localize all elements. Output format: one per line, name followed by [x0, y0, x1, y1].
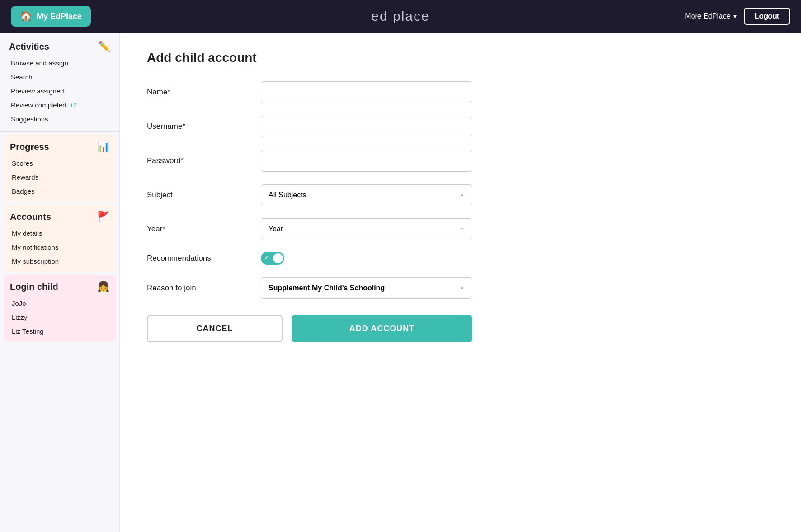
username-input[interactable] [261, 116, 472, 137]
sidebar-item-search[interactable]: Search [9, 70, 110, 84]
more-edplace-label: More EdPlace [685, 12, 730, 20]
subject-select[interactable]: All Subjects English Maths Science [261, 184, 472, 205]
my-edplace-button[interactable]: 🏠 My EdPlace [11, 6, 91, 27]
logout-label: Logout [755, 12, 779, 20]
form-buttons: CANCEL ADD ACCOUNT [147, 315, 472, 342]
sidebar-section-activities: Activities ✏️ Browse and assign Search P… [0, 33, 119, 129]
name-input[interactable] [261, 81, 472, 103]
flag-icon: 🚩 [97, 211, 109, 223]
cancel-button[interactable]: CANCEL [147, 315, 283, 342]
password-label: Password* [147, 156, 246, 165]
review-badge: +7 [70, 102, 77, 108]
sidebar-item-my-notifications[interactable]: My notifications [10, 240, 109, 254]
recommendations-toggle-wrapper: ✓ [261, 252, 472, 265]
username-label: Username* [147, 122, 246, 131]
password-input[interactable] [261, 150, 472, 172]
progress-header: Progress 📊 [10, 141, 109, 153]
activities-header: Activities ✏️ [9, 41, 110, 52]
sidebar-item-suggestions[interactable]: Suggestions [9, 112, 110, 126]
header-right: More EdPlace ▾ Logout [685, 8, 790, 25]
page-title: Add child account [147, 51, 774, 65]
login-child-header: Login child 👧 [10, 281, 109, 293]
logo-label: My EdPlace [37, 12, 82, 21]
more-edplace-button[interactable]: More EdPlace ▾ [685, 12, 737, 21]
pencil-icon: ✏️ [98, 41, 110, 52]
add-account-button[interactable]: ADD ACCOUNT [292, 315, 472, 342]
subject-label: Subject [147, 191, 246, 200]
logout-button[interactable]: Logout [744, 8, 790, 25]
reason-select[interactable]: Supplement My Child's Schooling Homescho… [261, 277, 472, 299]
reason-label: Reason to join [147, 284, 246, 293]
sidebar-item-rewards[interactable]: Rewards [10, 170, 109, 184]
name-label: Name* [147, 88, 246, 97]
sidebar-item-scores[interactable]: Scores [10, 156, 109, 170]
accounts-title: Accounts [10, 212, 51, 222]
year-select[interactable]: Year Year 1 Year 2 Year 3 Year 4 Year 5 … [261, 218, 472, 239]
add-child-form: Name* Username* Password* Subject All Su… [147, 81, 472, 299]
sidebar-item-browse[interactable]: Browse and assign [9, 56, 110, 70]
layout: Activities ✏️ Browse and assign Search P… [0, 33, 801, 532]
site-title: ed place [371, 9, 429, 24]
header: 🏠 My EdPlace ed place More EdPlace ▾ Log… [0, 0, 801, 33]
main-content: Add child account Name* Username* Passwo… [120, 33, 801, 532]
recommendations-toggle[interactable]: ✓ [261, 252, 284, 265]
child-icon: 👧 [97, 281, 109, 293]
sidebar: Activities ✏️ Browse and assign Search P… [0, 33, 120, 532]
login-child-title: Login child [10, 282, 58, 292]
year-label: Year* [147, 224, 246, 233]
sidebar-item-review[interactable]: Review completed +7 [9, 98, 110, 112]
accounts-header: Accounts 🚩 [10, 211, 109, 223]
sidebar-section-progress: Progress 📊 Scores Rewards Badges [4, 135, 116, 202]
sidebar-item-preview[interactable]: Preview assigned [9, 84, 110, 98]
reason-select-wrapper: Supplement My Child's Schooling Homescho… [261, 277, 472, 299]
chevron-down-icon: ▾ [733, 12, 737, 21]
sidebar-item-my-subscription[interactable]: My subscription [10, 254, 109, 268]
chart-icon: 📊 [97, 141, 109, 153]
sidebar-item-liz-testing[interactable]: Liz Testing [10, 324, 109, 338]
recommendations-label: Recommendations [147, 254, 246, 263]
progress-title: Progress [10, 142, 49, 152]
toggle-slider [261, 252, 284, 265]
activities-title: Activities [9, 42, 49, 52]
sidebar-section-login-child: Login child 👧 JoJo Lizzy Liz Testing [4, 275, 116, 342]
sidebar-item-jojo[interactable]: JoJo [10, 296, 109, 310]
sidebar-item-my-details[interactable]: My details [10, 226, 109, 240]
house-icon: 🏠 [20, 10, 32, 22]
sidebar-section-accounts: Accounts 🚩 My details My notifications M… [4, 205, 116, 272]
sidebar-item-badges[interactable]: Badges [10, 184, 109, 198]
sidebar-item-lizzy[interactable]: Lizzy [10, 310, 109, 324]
